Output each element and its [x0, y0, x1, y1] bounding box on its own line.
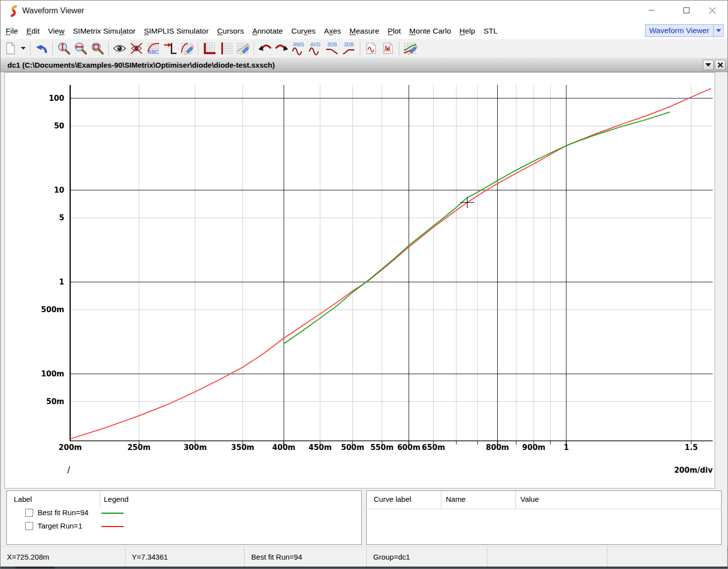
page-sine-icon	[365, 41, 378, 55]
zoom-vertical-icon	[57, 41, 71, 55]
readout-name-header: Name	[446, 495, 466, 503]
x-tick-label: 650m	[413, 443, 454, 452]
grid-divider-icon	[219, 41, 233, 55]
bottom-panels: Label Legend Best fit Run=94Target Run=1…	[0, 488, 728, 547]
undo-icon	[35, 41, 48, 55]
legend-row: Target Run=1	[7, 521, 361, 532]
3db-label: 3DB	[344, 42, 354, 47]
waveform-viewer-window: Waveform Viewer FileEditViewSIMetrix Sim…	[0, 0, 728, 569]
annotate-curve-button[interactable]: ABC	[145, 41, 162, 56]
curve-target-run-1[interactable]	[70, 88, 711, 439]
edit-grid-button[interactable]	[234, 41, 251, 56]
curve-label-abc-icon: ABC	[146, 41, 160, 55]
add-axis-button[interactable]	[201, 41, 217, 56]
y-tick-label: 100m	[25, 369, 64, 378]
x-tick-label: 800m	[477, 443, 518, 452]
status-field-3: Group=dc1	[367, 547, 487, 567]
menu-plot[interactable]: Plot	[384, 27, 405, 36]
new-document-icon	[4, 41, 17, 55]
column-divider	[515, 491, 516, 509]
curve-arrow-right-icon	[274, 41, 289, 55]
close-button[interactable]	[701, 0, 724, 20]
curve-arrow-left-icon	[257, 41, 272, 55]
rms-icon: RMS	[291, 41, 306, 55]
title-bar: Waveform Viewer	[0, 0, 728, 23]
toolbar-separator	[254, 41, 254, 55]
x-tick-label: 200m	[49, 443, 91, 452]
plot-waveform-button[interactable]	[363, 41, 380, 56]
y-tick-label: 1	[25, 278, 64, 286]
menu-curves[interactable]: Curves	[287, 27, 320, 36]
maximize-button[interactable]	[675, 0, 698, 20]
readout-value-header: Value	[520, 495, 539, 503]
lowpass-3db-button[interactable]: 3DB	[324, 41, 341, 56]
3db-label: 3DB	[327, 42, 337, 47]
curve-best-fit-run-94[interactable]	[284, 112, 670, 344]
zoom-horizontal-icon	[74, 41, 87, 55]
toolbar-separator	[198, 41, 198, 55]
menu-file[interactable]: File	[1, 27, 22, 36]
graph-tab-title[interactable]: dc1 (C:\Documents\Examples-90\SIMetrix\O…	[0, 61, 275, 69]
arrow-to-axis-icon	[163, 41, 177, 55]
undo-button[interactable]	[33, 41, 50, 56]
tab-list-button[interactable]	[703, 60, 714, 70]
y-tick-label: 100	[25, 94, 64, 103]
viewer-selector[interactable]: Waveform Viewer	[645, 24, 724, 37]
eye-hidden-icon	[129, 41, 143, 55]
grid-pencil-icon	[236, 41, 250, 55]
chevron-down-icon[interactable]	[713, 25, 723, 37]
tab-close-button[interactable]	[715, 60, 726, 70]
menu-measure[interactable]: Measure	[345, 27, 384, 36]
menu-edit[interactable]: Edit	[22, 27, 44, 36]
plot-fft-button[interactable]	[380, 41, 396, 56]
legend-curve-label[interactable]: Best fit Run=94	[38, 508, 88, 517]
window-title: Waveform Viewer	[22, 6, 84, 15]
new-graph-dropdown-button[interactable]	[19, 41, 28, 56]
menu-axes[interactable]: Axes	[320, 27, 345, 36]
avg-label: AVG	[310, 42, 321, 47]
avg-button[interactable]: AVG	[307, 41, 324, 56]
y-tick-label: 10	[25, 186, 64, 195]
legend-panel-legend-header: Legend	[104, 495, 128, 503]
next-curve-button[interactable]	[273, 41, 290, 56]
edit-graph-button[interactable]	[402, 41, 419, 56]
menu-help[interactable]: Help	[455, 27, 479, 36]
previous-curve-button[interactable]	[257, 41, 273, 56]
minimize-button[interactable]	[641, 0, 663, 20]
y-tick-label: 5	[25, 213, 64, 222]
highpass-3db-button[interactable]: 3DB	[341, 41, 357, 56]
chevron-down-icon	[705, 63, 711, 67]
legend-checkbox[interactable]	[25, 509, 33, 517]
3db-rising-icon: 3DB	[341, 41, 357, 55]
zoom-fit-vertical-button[interactable]	[55, 41, 72, 56]
hide-curve-button[interactable]	[128, 41, 145, 56]
taskbar-start-block	[15, 567, 55, 569]
minimize-icon	[649, 7, 655, 13]
show-curve-button[interactable]	[111, 41, 128, 56]
menu-view[interactable]: View	[44, 27, 69, 36]
column-divider	[441, 491, 441, 509]
y-tick-label: 50m	[25, 397, 64, 406]
menu-simplis-simulator[interactable]: SIMPLIS Simulator	[140, 27, 213, 36]
zoom-box-button[interactable]	[89, 41, 106, 56]
menu-stl[interactable]: STL	[479, 27, 502, 36]
edit-curve-button[interactable]	[178, 41, 195, 56]
menu-monte-carlo[interactable]: Monte Carlo	[405, 27, 455, 36]
curve-pencil-icon	[180, 41, 194, 55]
toolbar-separator	[399, 41, 399, 55]
menu-cursors[interactable]: Cursors	[213, 27, 248, 36]
menu-simetrix-simulator[interactable]: SIMetrix Simulator	[69, 27, 140, 36]
legend-curve-label[interactable]: Target Run=1	[38, 522, 82, 530]
menu-annotate[interactable]: Annotate	[248, 27, 287, 36]
rms-label: RMS	[293, 42, 304, 47]
legend-checkbox[interactable]	[25, 522, 33, 530]
add-grid-divider-button[interactable]	[217, 41, 234, 56]
rms-button[interactable]: RMS	[290, 41, 307, 56]
zoom-fit-horizontal-button[interactable]	[72, 41, 89, 56]
toolbar-separator	[108, 41, 109, 55]
status-field-1: Y=7.34361	[126, 547, 245, 567]
x-tick-label: 400m	[263, 443, 304, 452]
move-curve-to-axis-button[interactable]	[162, 41, 178, 56]
new-graph-button[interactable]	[2, 41, 19, 56]
waveform-plot-area[interactable]: 200m250m300m350m400m450m500m550m600m650m…	[4, 72, 715, 488]
